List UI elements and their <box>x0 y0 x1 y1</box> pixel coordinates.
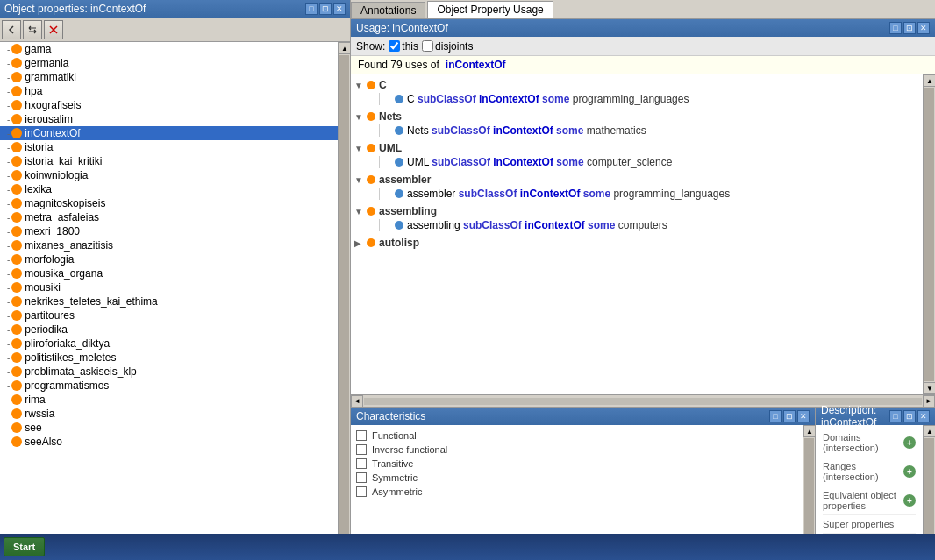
usage-scroll-up[interactable]: ▲ <box>924 74 935 87</box>
minimize-icon[interactable]: □ <box>305 3 318 15</box>
tree-item[interactable]: -problimata_askiseis_klp <box>0 365 338 379</box>
char-checkbox[interactable] <box>356 458 367 469</box>
char-minimize-icon[interactable]: □ <box>769 410 782 422</box>
tree-item[interactable]: -mousika_organa <box>0 266 338 280</box>
desc-close-icon[interactable]: ✕ <box>917 410 930 422</box>
this-checkbox-label[interactable]: this <box>389 40 418 53</box>
item-dash: - <box>7 381 10 391</box>
found-property: inContextOf <box>446 59 506 71</box>
tree-item[interactable]: -pliroforiaka_diktya <box>0 337 338 351</box>
tree-item[interactable]: -rwssia <box>0 407 338 421</box>
tree-item[interactable]: -nekrikes_teletes_kai_ethima <box>0 294 338 308</box>
usage-scroll-down[interactable]: ▼ <box>924 382 935 394</box>
tree-item[interactable]: -magnitoskopiseis <box>0 196 338 210</box>
delete-button[interactable] <box>44 20 63 39</box>
desc-scroll-up[interactable]: ▲ <box>924 425 935 437</box>
hscroll-left-arrow[interactable]: ◄ <box>351 395 363 408</box>
tree-item[interactable]: -istoria <box>0 140 338 154</box>
close-icon[interactable]: ✕ <box>333 3 346 15</box>
tree-item[interactable]: -lexika <box>0 182 338 196</box>
tree-item[interactable]: -morfologia <box>0 252 338 266</box>
disjoints-checkbox-label[interactable]: disjoints <box>422 40 473 53</box>
usage-axiom-row[interactable]: Nets subClassOf inContextOf some mathema… <box>354 124 919 138</box>
char-close-icon[interactable]: ✕ <box>797 410 810 422</box>
class-name: UML <box>379 142 402 154</box>
char-label: Transitive <box>372 458 413 469</box>
char-checkbox[interactable] <box>356 430 367 441</box>
tree-item[interactable]: -ierousalim <box>0 112 338 126</box>
char-checkbox[interactable] <box>356 486 367 497</box>
tree-item[interactable]: -mexri_1800 <box>0 224 338 238</box>
usage-class-row[interactable]: ▼assembling <box>354 204 919 218</box>
item-dash: - <box>7 73 10 82</box>
tree-item[interactable]: -periodika <box>0 323 338 337</box>
scroll-thumb[interactable] <box>339 55 349 547</box>
tree-item[interactable]: -grammatiki <box>0 70 338 84</box>
start-button[interactable]: Start <box>4 537 45 556</box>
tree-item[interactable]: -koinwniologia <box>0 168 338 182</box>
char-scroll-thumb[interactable] <box>804 438 814 547</box>
restore-icon[interactable]: ⊡ <box>319 3 332 15</box>
char-checkbox[interactable] <box>356 444 367 455</box>
usage-class-row[interactable]: ▼UML <box>354 141 919 155</box>
item-label: gama <box>25 43 51 55</box>
tree-item[interactable]: -politistikes_meletes <box>0 351 338 365</box>
item-label: see <box>25 422 41 434</box>
desc-restore-icon[interactable]: ⊡ <box>903 410 916 422</box>
tree-item[interactable]: -metra_asfaleias <box>0 210 338 224</box>
usage-class-row[interactable]: ▶autolisp <box>354 236 919 250</box>
usage-axiom-row[interactable]: assembling subClassOf inContextOf some c… <box>354 218 919 232</box>
tree-item[interactable]: -mousiki <box>0 280 338 294</box>
char-checkbox[interactable] <box>356 472 367 483</box>
desc-add-button[interactable]: + <box>903 436 916 449</box>
usage-close-icon[interactable]: ✕ <box>917 22 930 34</box>
desc-minimize-icon[interactable]: □ <box>889 410 902 422</box>
tree-item[interactable]: -istoria_kai_kritiki <box>0 154 338 168</box>
desc-section-label: Domains (intersection) <box>823 432 900 453</box>
hscroll-right-arrow[interactable]: ► <box>923 395 935 408</box>
tree-item[interactable]: -rima <box>0 393 338 407</box>
tab-annotations[interactable]: Annotations <box>351 2 425 18</box>
desc-add-button[interactable]: + <box>903 494 916 507</box>
tree-item[interactable]: -inContextOf <box>0 126 338 140</box>
item-dash: - <box>7 143 10 152</box>
usage-axiom-row[interactable]: C subClassOf inContextOf some programmin… <box>354 92 919 106</box>
usage-class-row[interactable]: ▼Nets <box>354 110 919 124</box>
left-tree: -gama-germania-grammatiki-hpa-hxografise… <box>0 42 338 560</box>
axiom-class: assembler <box>407 188 459 200</box>
tree-item[interactable]: -partitoures <box>0 308 338 323</box>
tree-item[interactable]: -hpa <box>0 84 338 98</box>
desc-add-button[interactable]: + <box>903 465 916 478</box>
subclassof-kw: subClassOf <box>432 156 493 168</box>
item-dash: - <box>7 437 10 447</box>
this-checkbox[interactable] <box>389 40 400 52</box>
char-scroll-up[interactable]: ▲ <box>803 425 815 437</box>
tree-item[interactable]: -seeAlso <box>0 435 338 449</box>
usage-class-row[interactable]: ▼assembler <box>354 173 919 187</box>
tree-item[interactable]: -gama <box>0 42 338 56</box>
item-label: lexika <box>25 183 52 195</box>
tab-object-property-usage[interactable]: Object Property Usage <box>427 1 553 18</box>
tree-item[interactable]: -hxografiseis <box>0 98 338 112</box>
desc-scroll-thumb[interactable] <box>924 438 934 547</box>
char-restore-icon[interactable]: ⊡ <box>783 410 796 422</box>
usage-restore-icon[interactable]: ⊡ <box>903 22 916 34</box>
left-scrollbar[interactable]: ▲ ▼ <box>338 42 350 560</box>
back-button[interactable] <box>2 20 21 39</box>
tree-item[interactable]: -mixanes_anazitisis <box>0 238 338 252</box>
item-label: mexri_1800 <box>25 225 80 237</box>
usage-minimize-icon[interactable]: □ <box>889 22 902 34</box>
tree-item[interactable]: -see <box>0 421 338 435</box>
swap-button[interactable] <box>23 20 42 39</box>
usage-axiom-row[interactable]: UML subClassOf inContextOf some computer… <box>354 155 919 169</box>
usage-class-row[interactable]: ▼C <box>354 78 919 92</box>
tree-item[interactable]: -germania <box>0 56 338 70</box>
tree-item[interactable]: -programmatismos <box>0 379 338 393</box>
disjoints-checkbox[interactable] <box>422 40 433 52</box>
scroll-up-arrow[interactable]: ▲ <box>339 42 350 54</box>
usage-scroll-thumb[interactable] <box>924 88 934 381</box>
usage-scrollbar[interactable]: ▲ ▼ <box>923 74 935 394</box>
usage-axiom-row[interactable]: assembler subClassOf inContextOf some pr… <box>354 187 919 201</box>
property-icon <box>11 366 22 377</box>
property-icon <box>11 422 22 433</box>
